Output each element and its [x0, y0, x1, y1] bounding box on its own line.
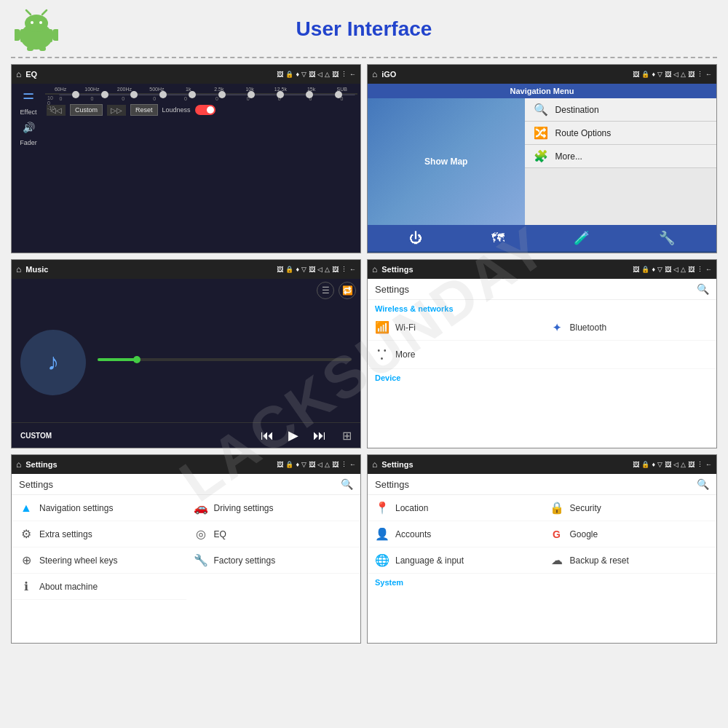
settings-l-backup[interactable]: ☁ Backup & reset	[542, 547, 717, 574]
settings-n-factory[interactable]: 🔧 Factory settings	[186, 547, 361, 574]
nav-map-area[interactable]: Show Map	[368, 98, 525, 225]
settings-l-status-bar: ⌂ Settings 🖼 🔒 ♦ ▽ 🖼 ◁ △ 🖼 ⋮ ←	[368, 455, 716, 474]
settings-wifi-label: Wi-Fi	[395, 323, 416, 333]
eq-reset-btn[interactable]: Reset	[130, 104, 158, 116]
settings-l-home-btn[interactable]: ⌂	[372, 459, 377, 470]
music-playlist-btn[interactable]: ☰	[317, 282, 334, 299]
music-home-btn[interactable]: ⌂	[16, 264, 21, 274]
nav-destination-label: Destination	[555, 105, 599, 115]
eq-effect-label: Effect	[20, 108, 37, 116]
settings-n-eq[interactable]: ◎ EQ	[186, 521, 361, 547]
eq-body: ⚌ Effect 🔊 Fader 60Hz 100Hz 200Hz 500Hz …	[12, 84, 360, 253]
settings-l-search-icon[interactable]: 🔍	[697, 478, 709, 490]
settings-nav-icon: ▲	[19, 502, 33, 515]
settings-w-header-label: Settings	[375, 284, 409, 295]
nav-item-destination[interactable]: 🔍 Destination	[525, 98, 716, 122]
eq-fader-label: Fader	[20, 139, 37, 146]
android-logo	[15, 7, 58, 51]
svg-point-3	[31, 21, 33, 24]
eq-left-panel: ⚌ Effect 🔊 Fader	[15, 87, 42, 146]
settings-n-header: Settings 🔍	[12, 474, 360, 495]
nav-status-bar: ⌂ iGO 🖼 🔒 ♦ ▽ 🖼 ◁ △ 🖼 ⋮ ←	[368, 65, 716, 84]
settings-n-home-btn[interactable]: ⌂	[16, 459, 21, 470]
svg-rect-8	[52, 29, 58, 41]
nav-home-btn[interactable]: ⌂	[372, 69, 377, 79]
settings-l-sb-icons: 🖼 🔒 ♦ ▽ 🖼 ◁ △ 🖼 ⋮ ←	[633, 461, 712, 468]
settings-n-back-btn[interactable]: ←	[349, 461, 356, 468]
music-prev-btn[interactable]: ⏮	[261, 428, 274, 443]
settings-l-back-btn[interactable]: ←	[705, 461, 712, 468]
eq-preset-btn[interactable]: Custom	[70, 104, 103, 116]
nav-tools-icon[interactable]: 🔧	[659, 230, 675, 246]
eq-loudness-label: Loudness	[162, 106, 191, 114]
home-btn[interactable]: ⌂	[16, 69, 21, 79]
settings-factory-icon: 🔧	[194, 553, 208, 567]
settings-l-accounts[interactable]: 👤 Accounts	[368, 521, 542, 547]
music-back-btn[interactable]: ←	[349, 266, 356, 273]
music-play-btn[interactable]: ▶	[288, 427, 298, 443]
settings-w-section1: Wireless & networks	[368, 300, 716, 314]
nav-sb-icons: 🖼 🔒 ♦ ▽ 🖼 ◁ △ 🖼 ⋮ ←	[633, 71, 712, 78]
settings-security-label: Security	[570, 503, 601, 513]
settings-more-label: More	[395, 349, 415, 360]
settings-w-items-row1: 📶 Wi-Fi ✦ Bluetooth	[368, 314, 716, 341]
settings-l-header-label: Settings	[375, 479, 409, 490]
music-repeat-btn[interactable]: 🔁	[339, 282, 356, 299]
music-note-icon: ♪	[47, 349, 59, 376]
nav-item-route-options[interactable]: 🔀 Route Options	[525, 122, 716, 145]
music-progress-bar[interactable]	[98, 358, 352, 361]
svg-rect-7	[15, 29, 20, 41]
settings-l-security[interactable]: 🔒 Security	[542, 495, 717, 521]
settings-loc-screen: ⌂ Settings 🖼 🔒 ♦ ▽ 🖼 ◁ △ 🖼 ⋮ ← Settings …	[367, 454, 717, 644]
settings-driving-label: Driving settings	[214, 503, 274, 513]
music-queue-btn[interactable]: ⊞	[342, 429, 352, 443]
settings-l-google[interactable]: G Google	[542, 521, 717, 547]
settings-n-search-icon[interactable]: 🔍	[341, 478, 353, 490]
nav-poi-icon[interactable]: 🧪	[574, 230, 590, 246]
settings-l-title: Settings	[381, 460, 413, 469]
settings-n-nav[interactable]: ▲ Navigation settings	[12, 495, 186, 521]
nav-menu-title: Navigation Menu	[368, 84, 716, 98]
settings-n-sb-icons: 🖼 🔒 ♦ ▽ 🖼 ◁ △ 🖼 ⋮ ←	[277, 461, 356, 468]
settings-w-search-icon[interactable]: 🔍	[697, 283, 709, 295]
nav-title: iGO	[381, 70, 396, 79]
eq-sliders-area: 60Hz 100Hz 200Hz 500Hz 1k 2.5k 10k 12.5k…	[45, 87, 357, 117]
nav-more-icon: 🧩	[532, 149, 550, 163]
eq-back-btn[interactable]: ←	[349, 71, 356, 78]
eq-next-btn[interactable]: ▷▷	[107, 105, 126, 116]
music-bottom-controls: CUSTOM ⏮ ▶ ⏭ ⊞	[12, 422, 360, 448]
settings-n-title: Settings	[25, 460, 57, 469]
settings-l-items: 📍 Location 🔒 Security 👤 Accounts G Googl…	[368, 495, 716, 574]
settings-l-language[interactable]: 🌐 Language & input	[368, 547, 542, 574]
eq-status-bar: ⌂ EQ 🖼 🔒 ♦ ▽ 🖼 ◁ △ 🖼 ⋮ ←	[12, 65, 360, 84]
settings-w-more[interactable]: • • • More	[368, 341, 716, 369]
settings-w-wifi[interactable]: 📶 Wi-Fi	[368, 314, 542, 341]
settings-security-icon: 🔒	[550, 501, 564, 515]
music-sb-icons: 🖼 🔒 ♦ ▽ 🖼 ◁ △ 🖼 ⋮ ←	[277, 266, 356, 273]
settings-location-icon: 📍	[375, 501, 389, 515]
svg-rect-9	[27, 47, 33, 51]
nav-item-more[interactable]: 🧩 More...	[525, 145, 716, 168]
nav-back-btn[interactable]: ←	[705, 71, 712, 78]
settings-w-home-btn[interactable]: ⌂	[372, 264, 377, 274]
settings-l-location[interactable]: 📍 Location	[368, 495, 542, 521]
settings-w-title: Settings	[381, 265, 413, 274]
music-controls: ⏮ ▶ ⏭	[261, 427, 326, 443]
settings-n-driving[interactable]: 🚗 Driving settings	[186, 495, 361, 521]
nav-power-icon[interactable]: ⏻	[409, 231, 422, 246]
settings-n-extra[interactable]: ⚙ Extra settings	[12, 521, 186, 547]
nav-map-icon[interactable]: 🗺	[491, 231, 505, 246]
eq-grid-area: 10 0 -10	[45, 93, 357, 95]
settings-l-header: Settings 🔍	[368, 474, 716, 495]
page-title: User Interface	[73, 17, 655, 41]
settings-accounts-label: Accounts	[395, 529, 431, 539]
settings-n-about[interactable]: ℹ About machine	[12, 574, 186, 600]
settings-w-back-btn[interactable]: ←	[705, 266, 712, 273]
eq-loudness-toggle[interactable]	[195, 105, 215, 115]
settings-nav-screen: ⌂ Settings 🖼 🔒 ♦ ▽ 🖼 ◁ △ 🖼 ⋮ ← Settings …	[11, 454, 361, 644]
nav-body: Navigation Menu Show Map 🔍 Destination 🔀…	[368, 84, 716, 253]
settings-n-steering[interactable]: ⊕ Steering wheel keys	[12, 547, 186, 574]
settings-bluetooth-icon: ✦	[550, 322, 564, 333]
settings-w-bluetooth[interactable]: ✦ Bluetooth	[542, 314, 717, 341]
music-next-btn[interactable]: ⏭	[313, 428, 326, 443]
